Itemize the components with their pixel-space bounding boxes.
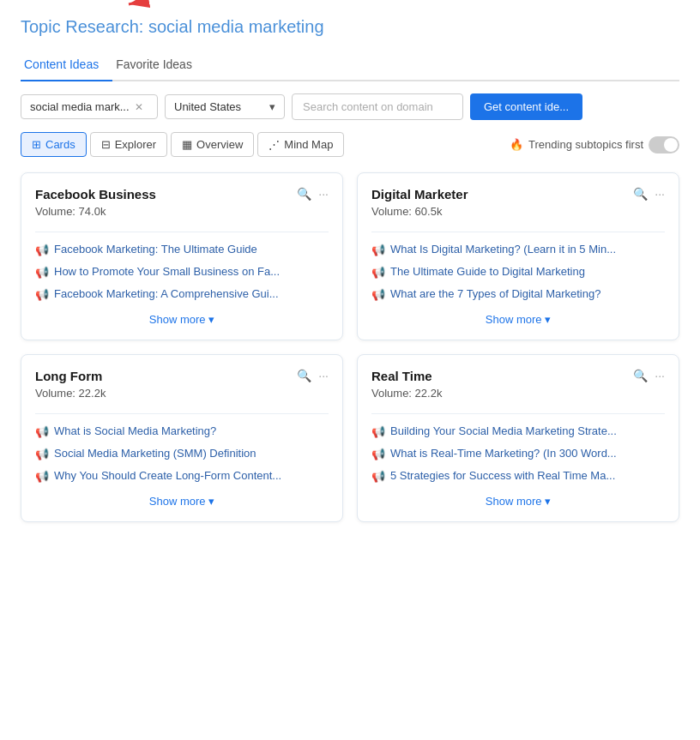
card-header-icons: 🔍 ···	[633, 369, 665, 382]
megaphone-icon: 📢	[35, 448, 49, 460]
card-title: Digital Marketer	[371, 187, 468, 202]
card-link-text[interactable]: 5 Strategies for Success with Real Time …	[390, 469, 615, 482]
page-title: Topic Research: social media marketing	[21, 17, 679, 37]
card-link-item: 📢 The Ultimate Guide to Digital Marketin…	[371, 265, 665, 279]
tab-favorite-ideas[interactable]: Favorite Ideas	[112, 51, 206, 81]
card-link-item: 📢 What Is Digital Marketing? (Learn it i…	[371, 243, 665, 256]
card-real-time: Real Time 🔍 ··· Volume: 22.2k 📢 Building…	[357, 354, 679, 522]
card-header: Real Time 🔍 ···	[371, 369, 665, 383]
card-link-text[interactable]: What Is Digital Marketing? (Learn it in …	[390, 243, 616, 256]
tabs-row: Content Ideas Favorite Ideas	[21, 51, 679, 81]
tab-content-ideas[interactable]: Content Ideas	[21, 51, 112, 81]
card-link-item: 📢 What is Social Media Marketing?	[35, 424, 329, 438]
cards-grid: Facebook Business 🔍 ··· Volume: 74.0k 📢 …	[0, 172, 700, 543]
card-volume: Volume: 22.2k	[371, 387, 665, 400]
title-accent: social media marketing	[148, 17, 324, 36]
overview-view-button[interactable]: ▦ Overview	[171, 132, 254, 157]
card-divider	[371, 232, 665, 232]
card-divider	[371, 413, 665, 414]
card-volume: Volume: 60.5k	[371, 205, 665, 218]
trending-row: 🔥 Trending subtopics first	[510, 136, 679, 153]
search-icon[interactable]: 🔍	[297, 369, 311, 382]
megaphone-icon: 📢	[35, 425, 49, 438]
card-link-text[interactable]: Building Your Social Media Marketing Str…	[390, 424, 617, 437]
card-link-text[interactable]: Facebook Marketing: The Ultimate Guide	[54, 243, 257, 256]
more-options-icon[interactable]: ···	[318, 187, 329, 201]
megaphone-icon: 📢	[371, 425, 385, 438]
cards-label: Cards	[45, 138, 75, 151]
card-header-icons: 🔍 ···	[297, 187, 329, 201]
chevron-down-icon: ▾	[269, 100, 275, 113]
annotation-arrow	[94, 0, 232, 9]
card-volume: Volume: 22.2k	[35, 387, 329, 400]
search-icon[interactable]: 🔍	[297, 187, 311, 201]
card-header: Long Form 🔍 ···	[35, 369, 329, 383]
card-volume: Volume: 74.0k	[35, 205, 329, 218]
title-static: Topic Research:	[21, 17, 143, 36]
view-toggle-row: ⊞ Cards ⊟ Explorer ▦ Overview ⋰ Mind Map…	[21, 132, 679, 157]
close-icon[interactable]: ✕	[135, 101, 143, 113]
explorer-view-button[interactable]: ⊟ Explorer	[90, 132, 167, 157]
explorer-label: Explorer	[115, 138, 156, 151]
card-header: Facebook Business 🔍 ···	[35, 187, 329, 202]
domain-search-input[interactable]: Search content on domain	[292, 93, 463, 120]
table-icon: ⊟	[101, 138, 111, 151]
card-facebook-business: Facebook Business 🔍 ··· Volume: 74.0k 📢 …	[21, 172, 343, 340]
card-header-icons: 🔍 ···	[633, 187, 665, 201]
country-select[interactable]: United States ▾	[165, 94, 285, 119]
card-link-item: 📢 What are the 7 Types of Digital Market…	[371, 287, 665, 301]
cards-icon: ⊞	[32, 138, 41, 151]
card-header-icons: 🔍 ···	[297, 369, 329, 382]
card-links: 📢 What Is Digital Marketing? (Learn it i…	[371, 243, 665, 301]
megaphone-icon: 📢	[371, 288, 385, 301]
megaphone-icon: 📢	[371, 470, 385, 483]
megaphone-icon: 📢	[35, 470, 49, 483]
megaphone-icon: 📢	[35, 266, 49, 279]
get-content-button[interactable]: Get content ide...	[470, 93, 582, 120]
show-more-button[interactable]: Show more	[35, 313, 329, 326]
megaphone-icon: 📢	[371, 266, 385, 279]
search-icon[interactable]: 🔍	[633, 369, 648, 382]
card-title: Facebook Business	[35, 187, 156, 202]
card-links: 📢 What is Social Media Marketing? 📢 Soci…	[35, 424, 329, 483]
more-options-icon[interactable]: ···	[318, 369, 329, 382]
trending-label: Trending subtopics first	[528, 138, 643, 151]
mindmap-icon: ⋰	[269, 138, 280, 151]
card-link-item: 📢 Building Your Social Media Marketing S…	[371, 424, 665, 438]
show-more-button[interactable]: Show more	[35, 495, 329, 508]
search-value: social media mark...	[30, 100, 130, 113]
card-link-text[interactable]: Social Media Marketing (SMM) Definition	[54, 447, 256, 460]
card-link-item: 📢 Facebook Marketing: The Ultimate Guide	[35, 243, 329, 256]
card-long-form: Long Form 🔍 ··· Volume: 22.2k 📢 What is …	[21, 354, 343, 522]
card-link-item: 📢 How to Promote Your Small Business on …	[35, 265, 329, 279]
card-title: Real Time	[371, 369, 432, 383]
overview-icon: ▦	[182, 138, 192, 151]
fire-icon: 🔥	[510, 138, 523, 151]
more-options-icon[interactable]: ···	[655, 187, 665, 201]
card-link-item: 📢 Social Media Marketing (SMM) Definitio…	[35, 447, 329, 460]
card-link-text[interactable]: Why You Should Create Long-Form Content.…	[54, 469, 281, 482]
card-link-text[interactable]: The Ultimate Guide to Digital Marketing	[390, 265, 585, 278]
cards-view-button[interactable]: ⊞ Cards	[21, 132, 87, 157]
card-divider	[35, 413, 329, 414]
card-link-item: 📢 What is Real-Time Marketing? (In 300 W…	[371, 447, 665, 460]
show-more-button[interactable]: Show more	[371, 313, 665, 326]
megaphone-icon: 📢	[35, 244, 49, 256]
search-pill[interactable]: social media mark... ✕	[21, 94, 158, 119]
country-label: United States	[174, 100, 241, 113]
card-link-text[interactable]: What is Social Media Marketing?	[54, 424, 216, 437]
card-link-text[interactable]: Facebook Marketing: A Comprehensive Gui.…	[54, 287, 279, 300]
card-link-text[interactable]: How to Promote Your Small Business on Fa…	[54, 265, 280, 278]
trending-toggle[interactable]	[649, 136, 679, 153]
card-link-text[interactable]: What are the 7 Types of Digital Marketin…	[390, 287, 600, 300]
overview-label: Overview	[196, 138, 243, 151]
card-link-text[interactable]: What is Real-Time Marketing? (In 300 Wor…	[390, 447, 617, 460]
show-more-button[interactable]: Show more	[371, 495, 665, 508]
mindmap-view-button[interactable]: ⋰ Mind Map	[257, 132, 344, 157]
card-digital-marketer: Digital Marketer 🔍 ··· Volume: 60.5k 📢 W…	[357, 172, 679, 340]
more-options-icon[interactable]: ···	[655, 369, 665, 382]
search-icon[interactable]: 🔍	[633, 187, 648, 201]
card-header: Digital Marketer 🔍 ···	[371, 187, 665, 202]
controls-row: social media mark... ✕ United States ▾ S…	[21, 93, 679, 120]
mindmap-label: Mind Map	[284, 138, 333, 151]
